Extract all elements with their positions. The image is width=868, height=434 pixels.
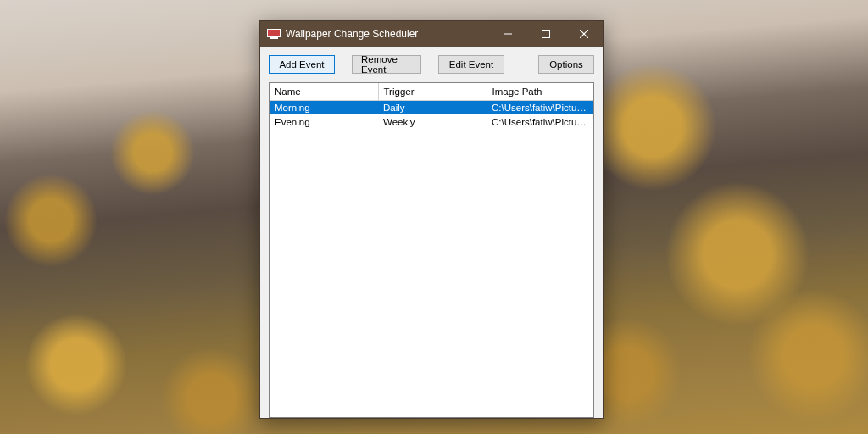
table-header-row: Name Trigger Image Path	[270, 83, 593, 100]
cell-name: Morning	[270, 100, 378, 114]
event-list[interactable]: Name Trigger Image Path Morning Daily C:…	[269, 82, 594, 418]
cell-name: Evening	[270, 114, 378, 129]
cell-image-path: C:\Users\fatiw\Pictures\wall...	[487, 100, 593, 114]
cell-image-path: C:\Users\fatiw\Pictures\wall...	[487, 114, 593, 129]
svg-rect-3	[542, 31, 549, 38]
close-button[interactable]	[565, 21, 603, 47]
column-header-image-path[interactable]: Image Path	[487, 83, 593, 100]
edit-event-button[interactable]: Edit Event	[438, 55, 504, 74]
options-button[interactable]: Options	[538, 55, 594, 74]
titlebar[interactable]: Wallpaper Change Scheduler	[260, 21, 603, 47]
window-title: Wallpaper Change Scheduler	[286, 28, 418, 40]
column-header-trigger[interactable]: Trigger	[378, 83, 487, 100]
toolbar: Add Event Remove Event Edit Event Option…	[260, 47, 603, 79]
column-header-name[interactable]: Name	[270, 83, 378, 100]
table-row[interactable]: Evening Weekly C:\Users\fatiw\Pictures\w…	[270, 114, 593, 129]
add-event-button[interactable]: Add Event	[269, 55, 335, 74]
cell-trigger: Daily	[378, 100, 487, 114]
app-window: Wallpaper Change Scheduler Add Event Rem…	[259, 20, 604, 419]
svg-rect-2	[504, 34, 512, 35]
table-row[interactable]: Morning Daily C:\Users\fatiw\Pictures\wa…	[270, 100, 593, 114]
remove-event-button[interactable]: Remove Event	[352, 55, 421, 74]
cell-trigger: Weekly	[378, 114, 487, 129]
maximize-button[interactable]	[526, 21, 565, 47]
desktop-background: Wallpaper Change Scheduler Add Event Rem…	[0, 0, 868, 434]
app-icon	[267, 29, 281, 39]
minimize-button[interactable]	[488, 21, 526, 47]
svg-rect-1	[270, 37, 278, 39]
svg-rect-0	[268, 30, 281, 37]
